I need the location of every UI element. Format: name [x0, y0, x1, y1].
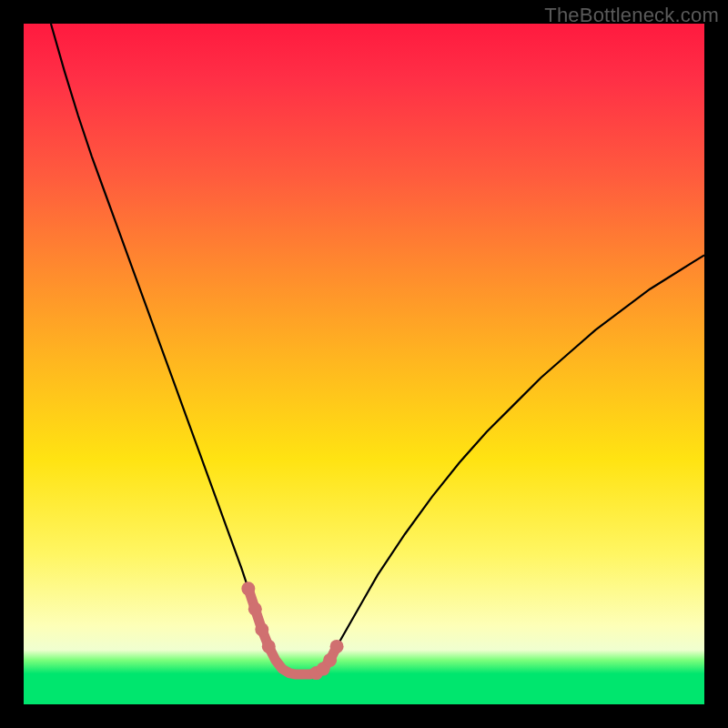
- highlight-dot: [241, 581, 255, 595]
- highlight-dot: [255, 622, 268, 636]
- highlight-dots: [241, 581, 343, 680]
- highlight-dot: [248, 602, 262, 616]
- chart-svg: [24, 24, 704, 704]
- curve-line: [51, 24, 704, 674]
- highlight-dot: [330, 640, 344, 653]
- highlight-dot: [262, 640, 276, 653]
- highlight-dot: [323, 653, 337, 667]
- chart-plot-area: [24, 24, 704, 704]
- watermark-text: TheBottleneck.com: [544, 4, 719, 27]
- chart-frame: TheBottleneck.com: [0, 0, 728, 728]
